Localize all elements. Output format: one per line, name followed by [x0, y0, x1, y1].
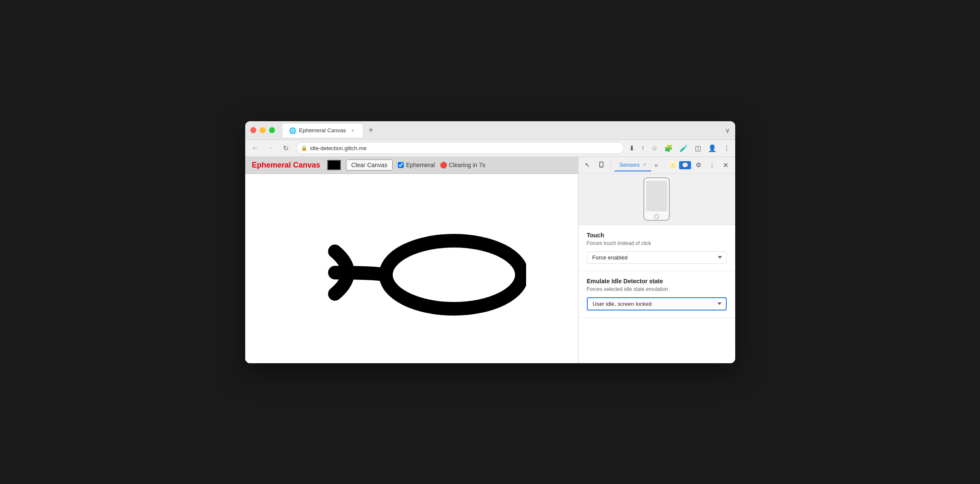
tab-favicon: 🌐 [289, 127, 296, 134]
touch-subtitle: Forces touch instead of click [587, 240, 727, 246]
content-area: Ephemeral Canvas Clear Canvas Ephemeral … [245, 157, 735, 363]
address-input[interactable]: 🔒 idle-detection.glitch.me [296, 142, 624, 154]
ephemeral-label-text: Ephemeral [406, 162, 435, 168]
tab-title: Ephemeral Canvas [299, 127, 346, 134]
active-tab[interactable]: 🌐 Ephemeral Canvas × [282, 123, 364, 137]
touch-title: Touch [587, 232, 727, 239]
drawing-canvas [297, 200, 526, 336]
ephemeral-checkbox[interactable] [398, 162, 404, 168]
svg-rect-3 [600, 162, 603, 167]
close-window-button[interactable] [250, 127, 256, 133]
sensors-tab[interactable]: Sensors × [615, 159, 651, 171]
devtools-settings-icon[interactable]: ⚙ [693, 159, 705, 171]
experiments-icon[interactable]: 🧪 [680, 144, 688, 152]
devtools-right-icons: ⚠ 💬 ⚙ ⋮ ✕ [669, 159, 732, 171]
timer-badge: 🔴 Clearing in 7s [440, 162, 485, 168]
profile-icon[interactable]: 👤 [708, 144, 717, 152]
browser-window: 🌐 Ephemeral Canvas × + ∨ ← → ↻ 🔒 idle-de… [245, 121, 735, 363]
bookmark-icon[interactable]: ☆ [651, 144, 657, 152]
url-text: idle-detection.glitch.me [310, 145, 367, 151]
touch-section: Touch Forces touch instead of click No o… [578, 225, 735, 271]
traffic-lights [250, 127, 275, 133]
devtools-cursor-icon[interactable]: ↖ [582, 159, 594, 171]
menu-icon[interactable]: ⋮ [723, 144, 730, 152]
address-bar: ← → ↻ 🔒 idle-detection.glitch.me ⬇ ↑ ☆ 🧩… [245, 140, 735, 157]
forward-button[interactable]: → [266, 144, 276, 152]
devtools-device-icon[interactable] [595, 159, 607, 171]
sensors-tab-label: Sensors [620, 162, 640, 168]
devtools-comment-icon[interactable]: 💬 [679, 161, 691, 169]
webpage: Ephemeral Canvas Clear Canvas Ephemeral … [245, 157, 578, 363]
devtools-warning-icon[interactable]: ⚠ [669, 161, 677, 169]
app-title: Ephemeral Canvas [252, 161, 320, 170]
tab-list-button[interactable]: ∨ [725, 126, 730, 134]
page-toolbar: Ephemeral Canvas Clear Canvas Ephemeral … [245, 157, 578, 174]
minimize-window-button[interactable] [260, 127, 266, 133]
browser-toolbar-icons: ⬇ ↑ ☆ 🧩 🧪 ◫ 👤 ⋮ [629, 144, 730, 152]
timer-icon: 🔴 [440, 162, 447, 168]
split-view-icon[interactable]: ◫ [695, 144, 701, 152]
new-tab-button[interactable]: + [365, 124, 377, 137]
download-icon[interactable]: ⬇ [629, 144, 634, 152]
extensions-icon[interactable]: 🧩 [664, 144, 673, 152]
clear-canvas-button[interactable]: Clear Canvas [346, 159, 393, 171]
devtools-panel: ↖ Sensors × » ⚠ 💬 ⚙ ⋮ ✕ [578, 157, 735, 363]
sensors-tab-close[interactable]: × [643, 162, 646, 168]
devtools-toolbar: ↖ Sensors × » ⚠ 💬 ⚙ ⋮ ✕ [578, 157, 735, 174]
title-bar: 🌐 Ephemeral Canvas × + ∨ [245, 121, 735, 140]
tab-bar: 🌐 Ephemeral Canvas × + [282, 123, 722, 137]
timer-text: Clearing in 7s [449, 162, 485, 168]
canvas-area[interactable] [245, 174, 578, 363]
touch-select[interactable]: No override Force enabled Force disabled [587, 251, 727, 264]
svg-point-2 [443, 266, 469, 283]
phone-illustration [578, 174, 735, 225]
reload-button[interactable]: ↻ [281, 144, 291, 152]
idle-select[interactable]: No idle emulation User active, screen un… [587, 297, 727, 310]
svg-rect-6 [646, 181, 667, 211]
maximize-window-button[interactable] [269, 127, 275, 133]
devtools-menu-icon[interactable]: ⋮ [706, 159, 718, 171]
share-icon[interactable]: ↑ [641, 144, 645, 152]
idle-title: Emulate Idle Detector state [587, 278, 727, 285]
back-button[interactable]: ← [250, 144, 261, 152]
toolbar-separator [611, 161, 611, 169]
lock-icon: 🔒 [301, 145, 307, 151]
devtools-close-button[interactable]: ✕ [720, 159, 732, 171]
ephemeral-checkbox-label[interactable]: Ephemeral [398, 162, 435, 168]
devtools-content: Touch Forces touch instead of click No o… [578, 174, 735, 363]
idle-section: Emulate Idle Detector state Forces selec… [578, 271, 735, 318]
devtools-more-tabs[interactable]: » [653, 160, 660, 170]
tab-close-button[interactable]: × [349, 127, 356, 134]
idle-subtitle: Forces selected idle state emulation [587, 286, 727, 292]
phone-svg [637, 176, 676, 222]
color-picker[interactable] [327, 160, 341, 170]
